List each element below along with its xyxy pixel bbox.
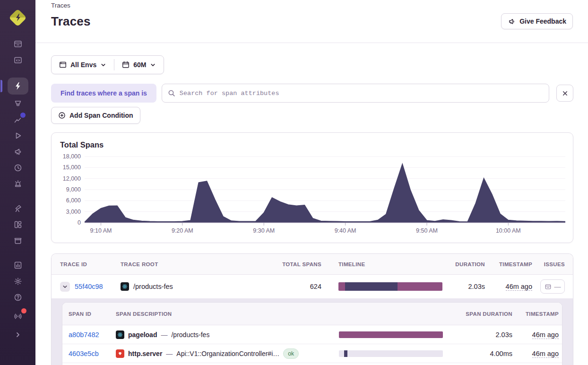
sidebar-item-discover[interactable] — [8, 201, 28, 216]
active-indicator — [0, 80, 2, 92]
sidebar-item-issues[interactable] — [8, 37, 28, 51]
separator: — — [166, 350, 173, 357]
col-trace-root: TRACE ROOT — [121, 261, 281, 267]
issues-count-pill[interactable]: — — [540, 279, 565, 294]
span-op: http.server — [128, 350, 162, 357]
span-description: /products-fes — [171, 331, 209, 339]
calendar-icon — [122, 61, 130, 69]
find-traces-label: Find traces where a span is — [51, 84, 156, 103]
span-timeline-bar — [339, 350, 443, 357]
col-span-id: SPAN ID — [62, 311, 116, 317]
close-icon — [562, 90, 569, 97]
trace-root-value: /products-fes — [133, 283, 173, 290]
col-timeline: TIMELINE — [329, 261, 452, 267]
span-row: a80b7482 pageload — /products-fes — [62, 325, 562, 344]
separator: — — [161, 331, 167, 339]
page-title: Traces — [51, 14, 91, 29]
clear-search-button[interactable] — [556, 85, 573, 102]
span-timestamp: 46m ago — [516, 350, 562, 357]
sidebar-item-settings[interactable] — [8, 274, 28, 288]
add-span-condition-button[interactable]: Add Span Condition — [51, 107, 140, 124]
megaphone-icon — [508, 17, 516, 26]
trace-row: 55f40c98 /products-fes 624 2.03s 46m ago — [52, 275, 573, 298]
content-area: All Envs 60M Find traces where a span is — [35, 43, 588, 365]
expand-trace-button[interactable] — [60, 282, 70, 292]
archive-icon — [13, 236, 23, 245]
col-span-duration: SPAN DURATION — [443, 311, 516, 317]
trace-id-link[interactable]: 55f40c98 — [75, 283, 103, 290]
ruby-platform-icon — [116, 349, 124, 358]
sidebar-item-whats-new[interactable] — [8, 309, 28, 323]
col-duration: DURATION — [452, 261, 490, 267]
issues-count-value: — — [554, 283, 561, 290]
spans-section: SPAN ID SPAN DESCRIPTION SPAN DURATION T… — [52, 298, 573, 365]
window-icon — [59, 61, 67, 69]
sidebar-item-traces[interactable] — [8, 78, 28, 95]
environment-selector[interactable]: All Envs — [52, 56, 114, 74]
trace-timestamp: 46m ago — [490, 283, 537, 290]
sidebar-item-projects[interactable] — [8, 53, 28, 67]
total-spans-chart-card: Total Spans 18,00015,00012,0009,0006,000… — [51, 132, 573, 243]
date-range-value: 60M — [133, 61, 146, 69]
logo-bolt-icon — [15, 13, 21, 22]
sidebar-item-user-feedback[interactable] — [8, 145, 28, 159]
span-search-row: Find traces where a span is — [51, 84, 573, 103]
span-id-link[interactable]: a80b7482 — [69, 331, 99, 339]
sidebar-item-insights[interactable] — [8, 96, 28, 111]
sentry-logo[interactable] — [8, 8, 28, 27]
search-box[interactable] — [162, 84, 549, 103]
date-range-selector[interactable]: 60M — [114, 56, 164, 74]
sidebar-item-stats[interactable] — [8, 258, 28, 272]
clock-icon — [13, 163, 23, 173]
sidebar-item-releases[interactable] — [8, 234, 28, 248]
whats-new-notification-dot — [21, 308, 26, 313]
sidebar-expand-button[interactable] — [14, 331, 22, 339]
chevron-down-icon — [150, 62, 156, 68]
sidebar-item-metrics[interactable] — [8, 113, 28, 127]
sidebar-item-alerts[interactable] — [8, 177, 28, 191]
inbox-icon — [13, 39, 23, 49]
gear-icon — [13, 277, 23, 286]
circle-plus-icon — [58, 112, 66, 119]
sidebar-nav — [0, 36, 35, 346]
search-icon — [168, 89, 175, 97]
breadcrumb: Traces — [51, 2, 573, 9]
col-span-timestamp: TIMESTAMP — [516, 311, 562, 317]
filter-bar: All Envs 60M — [51, 55, 164, 74]
chart-title: Total Spans — [60, 140, 104, 149]
inbox-icon — [545, 283, 552, 290]
megaphone-icon — [13, 147, 23, 156]
question-icon — [13, 293, 23, 302]
traces-table: TRACE ID TRACE ROOT TOTAL SPANS TIMELINE… — [51, 253, 573, 365]
sidebar-item-help[interactable] — [8, 290, 28, 304]
spans-table: SPAN ID SPAN DESCRIPTION SPAN DURATION T… — [62, 302, 562, 365]
chart-plot — [85, 156, 565, 223]
col-issues: ISSUES — [537, 261, 573, 267]
give-feedback-label: Give Feedback — [519, 17, 566, 25]
chart-x-axis: 9:10 AM9:20 AM9:30 AM9:40 AM9:50 AM10:00… — [85, 227, 565, 235]
spans-table-header: SPAN ID SPAN DESCRIPTION SPAN DURATION T… — [62, 303, 562, 325]
sidebar-item-crons[interactable] — [8, 161, 28, 175]
span-status-badge: ok — [283, 348, 299, 359]
span-attributes-search-input[interactable] — [180, 90, 543, 97]
col-trace-id: TRACE ID — [52, 261, 121, 267]
chart-y-axis: 18,00015,00012,0009,0006,0003,0000 — [52, 156, 81, 223]
trace-duration-value: 2.03s — [452, 283, 490, 290]
sidebar-item-dashboards[interactable] — [8, 217, 28, 232]
total-spans-value: 624 — [281, 283, 329, 290]
chevron-right-icon — [14, 331, 22, 339]
prism-icon — [13, 99, 23, 108]
span-id-link[interactable]: 4603e5cb — [69, 350, 99, 357]
bar-chart-icon — [13, 261, 23, 270]
folder-code-icon — [13, 55, 23, 65]
sidebar-item-replays[interactable] — [8, 129, 28, 143]
span-duration-value: 4.00ms — [443, 350, 516, 357]
siren-icon — [13, 179, 23, 189]
trace-timeline-bar — [338, 282, 442, 291]
chevron-down-icon — [62, 284, 68, 290]
layout-icon — [13, 220, 23, 229]
give-feedback-button[interactable]: Give Feedback — [501, 13, 573, 29]
span-description: Api::V1::OrganizationController#i… — [176, 350, 279, 357]
span-duration-value: 2.03s — [443, 331, 516, 339]
col-timestamp: TIMESTAMP — [490, 261, 537, 267]
